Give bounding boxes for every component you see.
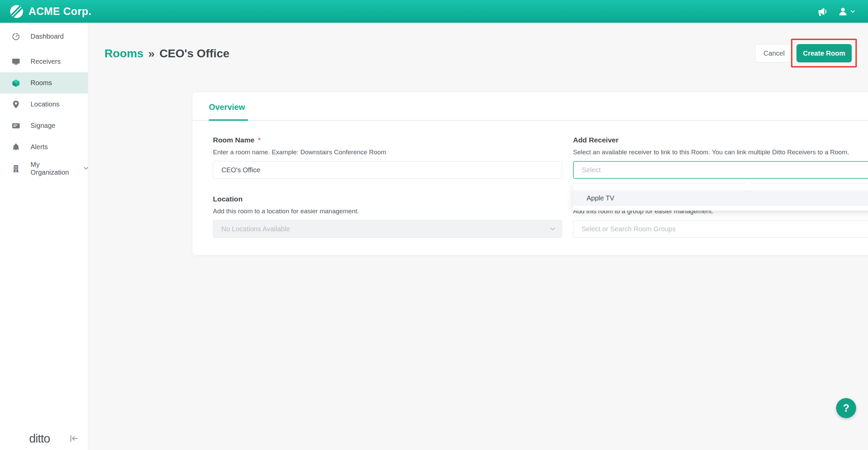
collapse-sidebar-icon[interactable]: [70, 434, 79, 443]
sidebar-item-label: Signage: [31, 122, 55, 130]
gauge-icon: [12, 32, 20, 41]
map-pin-icon: [12, 100, 20, 109]
sidebar-item-dashboard[interactable]: Dashboard: [0, 26, 88, 47]
cancel-button[interactable]: Cancel: [755, 44, 793, 62]
add-receiver-field-group: Add Receiver Select an available receive…: [573, 136, 868, 179]
acme-logo-icon: [10, 5, 23, 18]
add-receiver-label: Add Receiver: [573, 136, 868, 144]
sidebar-item-receivers[interactable]: Receivers: [0, 51, 88, 72]
sidebar: Dashboard Receivers: [0, 23, 88, 450]
breadcrumb-separator: »: [148, 47, 155, 60]
top-bar: ACME Corp.: [0, 0, 868, 23]
signage-card-icon: [12, 121, 20, 130]
required-asterisk: *: [258, 136, 261, 144]
create-room-button[interactable]: Create Room: [796, 44, 852, 62]
monitor-icon: [12, 57, 20, 66]
brand[interactable]: ACME Corp.: [10, 5, 92, 18]
sidebar-item-label: Rooms: [31, 79, 52, 87]
location-field-group: Location Add this room to a location for…: [213, 195, 562, 238]
sidebar-item-label: Locations: [31, 100, 60, 108]
ditto-logo: ditto: [29, 432, 50, 445]
chevron-down-icon: [84, 167, 88, 170]
room-name-field-group: Room Name * Enter a room name. Example: …: [213, 136, 562, 179]
sidebar-item-alerts[interactable]: Alerts: [0, 136, 88, 158]
user-menu[interactable]: [838, 6, 855, 17]
sidebar-item-signage[interactable]: Signage: [0, 115, 88, 136]
page-header: Rooms » CEO's Office Cancel Create Room: [88, 23, 868, 67]
breadcrumb: Rooms » CEO's Office: [104, 47, 230, 60]
sidebar-item-label: My Organization: [31, 161, 69, 176]
tab-bar: Overview: [193, 92, 868, 121]
chevron-down-icon: [550, 227, 555, 231]
cube-icon: [12, 79, 20, 87]
room-form: Room Name * Enter a room name. Example: …: [193, 121, 868, 238]
chevron-down-icon: [850, 10, 855, 13]
add-receiver-help-text: Select an available receiver to link to …: [573, 149, 868, 156]
sidebar-nav: Dashboard Receivers: [0, 23, 88, 179]
receiver-option-apple-tv[interactable]: Apple TV: [573, 190, 868, 206]
sidebar-item-label: Dashboard: [31, 33, 64, 40]
help-button[interactable]: ?: [836, 398, 856, 418]
receiver-dropdown: Apple TV: [573, 184, 868, 211]
room-name-input[interactable]: [213, 161, 562, 179]
page-title: CEO's Office: [159, 47, 229, 60]
location-label: Location: [213, 195, 562, 203]
sidebar-item-label: Alerts: [31, 143, 48, 151]
sidebar-item-my-organization[interactable]: My Organization: [0, 158, 88, 179]
receiver-select[interactable]: [573, 161, 868, 179]
location-select[interactable]: [213, 220, 562, 238]
breadcrumb-rooms-link[interactable]: Rooms: [104, 47, 143, 60]
header-actions: Cancel Create Room: [755, 44, 852, 62]
room-name-label: Room Name *: [213, 136, 562, 144]
brand-title: ACME Corp.: [28, 5, 92, 18]
sidebar-item-rooms[interactable]: Rooms: [0, 72, 88, 94]
sidebar-item-locations[interactable]: Locations: [0, 94, 88, 115]
bell-icon: [12, 143, 20, 152]
building-icon: [12, 164, 20, 173]
tab-overview[interactable]: Overview: [209, 102, 248, 121]
room-form-card: Overview Room Name * Enter a room name. …: [193, 92, 868, 255]
location-help-text: Add this room to a location for easier m…: [213, 208, 562, 215]
topbar-actions: [817, 6, 858, 17]
app-root: ACME Corp.: [0, 0, 868, 450]
room-group-select[interactable]: [573, 220, 868, 238]
announcements-megaphone-icon[interactable]: [817, 6, 828, 17]
sidebar-footer: ditto: [0, 432, 88, 445]
main-content: Rooms » CEO's Office Cancel Create Room …: [88, 23, 868, 450]
user-icon: [838, 6, 848, 17]
sidebar-item-label: Receivers: [31, 58, 61, 65]
room-name-help-text: Enter a room name. Example: Downstairs C…: [213, 149, 562, 156]
